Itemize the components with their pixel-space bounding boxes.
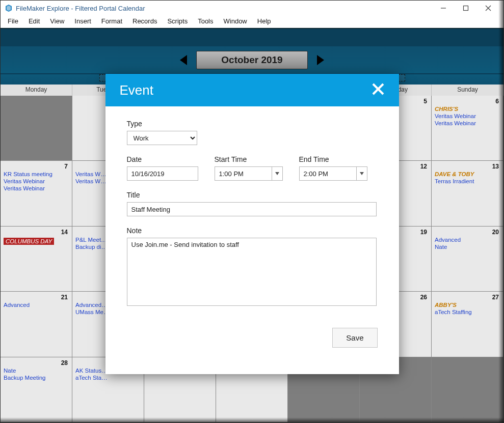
calendar-event[interactable]: Backup Meeting (4, 375, 69, 381)
calendar-event[interactable]: aTech Staffing (435, 309, 500, 315)
calendar-event[interactable]: ABBY'S (435, 302, 500, 308)
dialog-title: Event (120, 82, 154, 98)
menu-edit[interactable]: Edit (23, 16, 45, 27)
end-time-label: End Time (299, 155, 367, 163)
minimize-button[interactable] (432, 1, 455, 16)
day-number: 13 (492, 163, 499, 170)
calendar-cell[interactable]: 21Advanced (1, 292, 72, 357)
day-number: 28 (61, 359, 68, 366)
dialog-close-icon[interactable] (372, 82, 385, 98)
day-number: 20 (492, 229, 499, 236)
app-icon (5, 4, 13, 12)
day-number: 5 (423, 98, 427, 105)
end-time-input[interactable] (299, 166, 356, 181)
next-month-arrow-icon[interactable] (317, 55, 324, 65)
type-select[interactable]: Work (127, 131, 197, 145)
calendar-event[interactable]: Veritas Webinar (4, 178, 69, 184)
day-number: 7 (64, 163, 68, 170)
month-selector[interactable]: October 2019 (196, 51, 307, 69)
day-number: 26 (420, 294, 427, 301)
calendar-event[interactable]: CHRIS'S (435, 106, 500, 112)
title-input[interactable] (127, 202, 377, 216)
date-label: Date (127, 155, 198, 163)
note-label: Note (127, 227, 378, 235)
calendar-event[interactable]: Nate (435, 244, 500, 250)
start-time-dropdown-icon[interactable] (272, 166, 283, 181)
event-dialog: Event Type Work Date Start Time (105, 74, 399, 374)
menu-help[interactable]: Help (252, 16, 276, 27)
start-time-input[interactable] (215, 166, 272, 181)
menu-format[interactable]: Format (96, 16, 127, 27)
calendar-cell[interactable]: 7KR Status meetingVeritas WebinarVeritas… (1, 161, 72, 226)
calendar-cell[interactable]: 20AdvancedNate (432, 227, 503, 292)
calendar-event[interactable]: aTech Sta… (75, 375, 141, 381)
dialog-body: Type Work Date Start Time (105, 106, 399, 328)
calendar-event[interactable]: Terras Irradient (435, 178, 500, 184)
title-label: Title (127, 191, 378, 199)
menu-insert[interactable]: Insert (69, 16, 96, 27)
calendar-cell[interactable]: 6CHRIS'SVeritas WebinarVeritas Webinar (432, 96, 503, 161)
calendar-event[interactable]: Advanced (435, 237, 500, 243)
note-textarea[interactable] (127, 238, 377, 306)
end-time-dropdown-icon[interactable] (356, 166, 367, 181)
menu-file[interactable]: File (3, 16, 23, 27)
calendar-event[interactable]: DAVE & TOBY (435, 171, 500, 177)
day-number: 6 (495, 98, 499, 105)
day-number: 19 (420, 229, 427, 236)
day-number: 27 (492, 294, 499, 301)
menu-scripts[interactable]: Scripts (162, 16, 193, 27)
month-band: October 2019 (1, 46, 503, 74)
menu-view[interactable]: View (45, 16, 69, 27)
calendar-event[interactable]: Advanced (4, 302, 69, 308)
calendar-cell[interactable] (432, 357, 503, 422)
menu-tools[interactable]: Tools (193, 16, 218, 27)
calendar-event[interactable]: Veritas Webinar (435, 120, 500, 126)
calendar-event[interactable]: Veritas Webinar (435, 113, 500, 119)
save-button[interactable]: Save (332, 328, 377, 348)
day-header: Monday (1, 84, 72, 96)
prev-month-arrow-icon[interactable] (180, 55, 187, 65)
maximize-button[interactable] (455, 1, 477, 16)
calendar-event[interactable]: Veritas Webinar (4, 185, 69, 191)
day-number: 12 (420, 163, 427, 170)
titlebar: FileMaker Explore - Filtered Portal Cale… (1, 1, 503, 16)
calendar-cell[interactable]: 27ABBY'SaTech Staffing (432, 292, 503, 357)
menu-records[interactable]: Records (127, 16, 162, 27)
dialog-footer: Save (105, 328, 399, 359)
calendar-cell[interactable]: 13DAVE & TOBYTerras Irradient (432, 161, 503, 226)
dialog-header: Event (105, 74, 399, 106)
app-window: FileMaker Explore - Filtered Portal Cale… (0, 0, 504, 423)
menu-window[interactable]: Window (219, 16, 252, 27)
svg-rect-1 (464, 6, 468, 11)
calendar-event[interactable]: Nate (4, 368, 69, 374)
calendar-event[interactable]: COLUMBUS DAY (4, 238, 54, 245)
start-time-label: Start Time (215, 155, 283, 163)
day-number: 14 (61, 229, 68, 236)
date-input[interactable] (127, 166, 198, 181)
calendar-cell[interactable]: 14COLUMBUS DAY (1, 227, 72, 292)
calendar-event[interactable]: KR Status meeting (4, 171, 69, 177)
day-number: 21 (61, 294, 68, 301)
window-title: FileMaker Explore - Filtered Portal Cale… (16, 5, 432, 12)
calendar-cell[interactable] (1, 96, 72, 161)
calendar-cell[interactable]: 28NateBackup Meeting (1, 357, 72, 422)
window-controls (432, 1, 499, 16)
menubar: FileEditViewInsertFormatRecordsScriptsTo… (1, 16, 503, 28)
type-label: Type (127, 120, 378, 128)
header-band (1, 28, 503, 46)
close-button[interactable] (477, 1, 499, 16)
day-header: Sunday (432, 84, 503, 96)
